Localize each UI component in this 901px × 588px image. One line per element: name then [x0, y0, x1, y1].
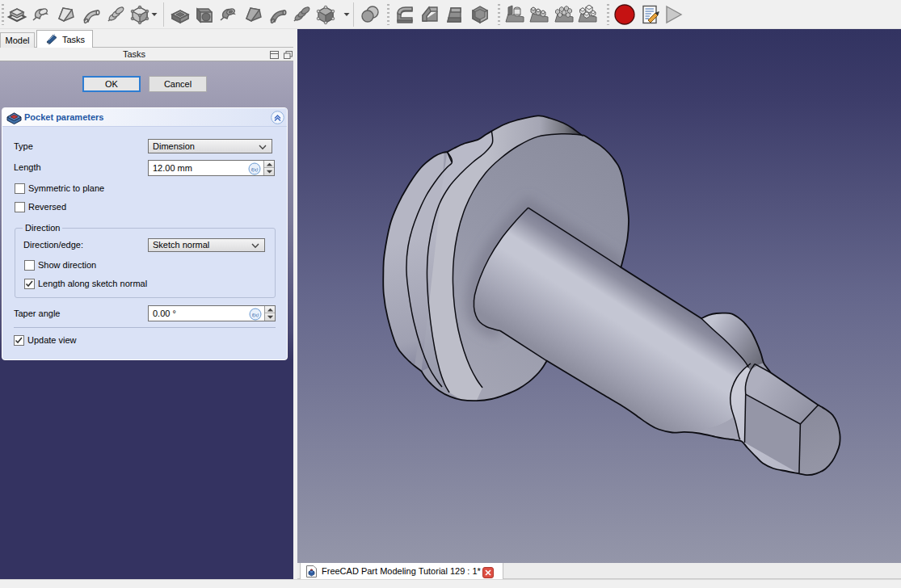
svg-text:f(x): f(x): [252, 313, 259, 317]
svg-text:f(x): f(x): [251, 167, 259, 172]
